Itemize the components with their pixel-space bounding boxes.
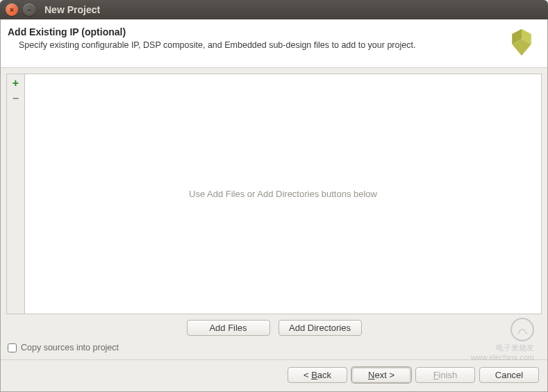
- wizard-header-text: Add Existing IP (optional) Specify exist…: [8, 26, 415, 50]
- window-close-button[interactable]: ×: [6, 3, 18, 16]
- vendor-logo-icon: [506, 26, 538, 60]
- dialog-body: Add Existing IP (optional) Specify exist…: [0, 19, 548, 392]
- add-icon[interactable]: +: [9, 77, 23, 90]
- ip-list-empty-placeholder: Use Add Files or Add Directories buttons…: [25, 74, 541, 314]
- panel-side-toolbar: + −: [7, 74, 25, 314]
- cancel-button[interactable]: Cancel: [479, 367, 539, 383]
- page-description: Specify existing configurable IP, DSP co…: [19, 40, 415, 50]
- next-button[interactable]: Next >: [351, 367, 411, 383]
- add-directories-button[interactable]: Add Directories: [279, 320, 362, 336]
- window-minimize-button[interactable]: –: [23, 3, 35, 16]
- page-title: Add Existing IP (optional): [8, 26, 415, 37]
- remove-icon[interactable]: −: [9, 92, 23, 105]
- copy-sources-label: Copy sources into project: [21, 343, 119, 352]
- copy-sources-row[interactable]: Copy sources into project: [6, 340, 542, 354]
- back-button[interactable]: < Back: [288, 367, 347, 383]
- ip-list-panel: + − Use Add Files or Add Directories but…: [6, 74, 542, 314]
- finish-button: Finish: [415, 367, 475, 383]
- window-title: New Project: [44, 4, 100, 15]
- wizard-footer: < Back Next > Finish Cancel: [1, 359, 547, 391]
- copy-sources-checkbox[interactable]: [8, 343, 17, 352]
- add-buttons-row: Add Files Add Directories: [6, 314, 542, 340]
- wizard-header: Add Existing IP (optional) Specify exist…: [1, 19, 547, 68]
- wizard-content: + − Use Add Files or Add Directories but…: [1, 68, 547, 359]
- titlebar: × – New Project: [0, 0, 548, 19]
- add-files-button[interactable]: Add Files: [187, 320, 270, 336]
